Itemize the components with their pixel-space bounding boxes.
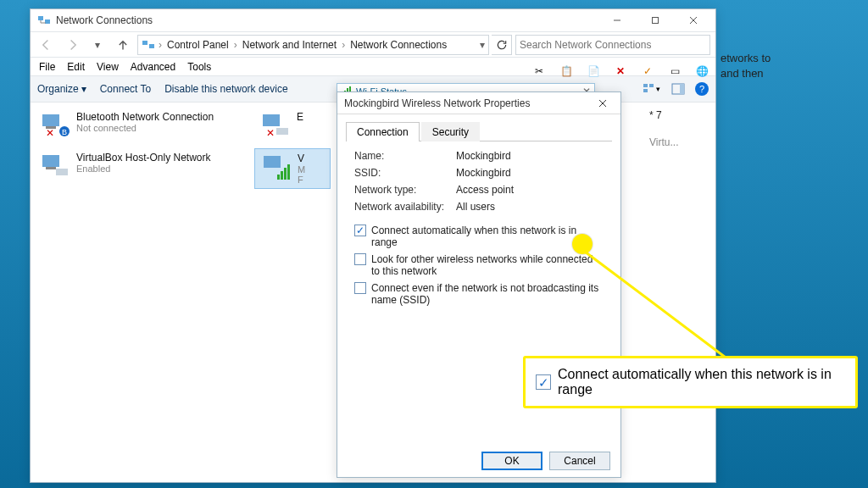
cancel-button[interactable]: Cancel: [549, 452, 610, 470]
adapter-bluetooth[interactable]: B✕ Bluetooth Network Connection Not conn…: [34, 108, 246, 147]
svg-rect-0: [38, 16, 43, 20]
menu-edit[interactable]: Edit: [67, 61, 85, 73]
adapter-ethernet-truncated[interactable]: ✕ E: [254, 108, 331, 147]
svg-rect-26: [287, 164, 290, 180]
svg-rect-4: [142, 41, 147, 45]
adapter-wifi-selected[interactable]: V M F: [254, 148, 331, 189]
dialog-title: Mockingbird Wireless Network Properties: [344, 97, 588, 109]
tab-security[interactable]: Security: [421, 122, 480, 141]
forward-button[interactable]: [61, 35, 83, 55]
dialog-buttons: OK Cancel: [337, 452, 620, 470]
paste-icon[interactable]: 📄: [582, 61, 604, 81]
checkbox-icon[interactable]: [354, 253, 366, 265]
adapter-virtualbox[interactable]: VirtualBox Host-Only Network Enabled: [34, 148, 246, 187]
menu-advanced[interactable]: Advanced: [131, 61, 175, 73]
adapter-sub: F: [298, 175, 305, 185]
chevron-right-icon: ›: [342, 39, 345, 51]
recent-dropdown[interactable]: ▾: [86, 35, 108, 55]
chevron-right-icon: ›: [159, 39, 162, 51]
delete-icon[interactable]: ✕: [609, 61, 632, 81]
titlebar[interactable]: Mockingbird Wireless Network Properties: [337, 92, 620, 114]
tab-bar: Connection Security: [346, 121, 612, 141]
checkbox-connect-automatically[interactable]: Connect automatically when this network …: [354, 225, 604, 248]
svg-rect-18: [56, 169, 68, 175]
adapter-sub: M: [298, 164, 305, 175]
property-grid: Name: Mockingbird SSID: Mockingbird Netw…: [354, 150, 604, 213]
help-icon[interactable]: ?: [695, 82, 709, 96]
organize-dropdown[interactable]: Organize▾: [37, 83, 86, 95]
checkbox-icon: [536, 374, 551, 390]
menu-view[interactable]: View: [97, 61, 119, 73]
search-input[interactable]: [515, 35, 710, 55]
annotation-highlight-dot: [572, 234, 593, 254]
properties-icon[interactable]: ▭: [664, 61, 686, 81]
background-help-text: etworks to and then: [721, 51, 771, 81]
check-icon[interactable]: ✓: [637, 61, 659, 81]
checkbox-label: Connect automatically when this network …: [371, 225, 604, 248]
copy-icon[interactable]: 📋: [555, 61, 577, 81]
callout-text: Connect automatically when this network …: [558, 367, 845, 397]
checkbox-icon[interactable]: [354, 282, 366, 294]
adapter-name-truncated: * 7: [649, 109, 662, 121]
svg-rect-3: [652, 18, 658, 24]
label-ssid: SSID:: [354, 167, 456, 179]
bluetooth-icon: B✕: [39, 111, 71, 143]
ribbon-buttons: ✂ 📋 📄 ✕ ✓ ▭ 🌐: [528, 58, 713, 84]
crumb-control-panel[interactable]: Control Panel: [164, 39, 232, 51]
window-title: Network Connections: [56, 14, 598, 26]
close-button[interactable]: [674, 10, 712, 30]
svg-rect-8: [649, 84, 654, 87]
svg-rect-7: [643, 89, 648, 92]
svg-text:✕: ✕: [46, 127, 54, 139]
svg-rect-5: [149, 44, 154, 48]
globe-icon[interactable]: 🌐: [691, 61, 713, 81]
address-bar-row: ▾ › Control Panel › Network and Internet…: [31, 31, 715, 57]
tab-connection[interactable]: Connection: [346, 122, 420, 141]
checkbox-label: Connect even if the network is not broad…: [371, 282, 604, 306]
svg-rect-16: [42, 155, 59, 167]
label-name: Name:: [354, 150, 456, 162]
connect-to-button[interactable]: Connect To: [100, 83, 152, 95]
crumb-network-connections[interactable]: Network Connections: [347, 39, 450, 51]
checkbox-look-for-other[interactable]: Look for other wireless networks while c…: [354, 253, 604, 277]
svg-rect-21: [276, 128, 288, 135]
ok-button[interactable]: OK: [481, 452, 542, 470]
menu-tools[interactable]: Tools: [187, 61, 211, 73]
value-name: Mockingbird: [456, 150, 604, 162]
svg-rect-25: [284, 168, 287, 180]
chevron-down-icon[interactable]: ▾: [480, 39, 485, 51]
svg-rect-22: [264, 156, 281, 168]
adapter-status: Not connected: [76, 123, 214, 133]
svg-rect-10: [680, 84, 684, 94]
titlebar[interactable]: Network Connections: [31, 9, 715, 31]
back-button[interactable]: [36, 35, 58, 55]
checkbox-icon[interactable]: [354, 225, 366, 236]
adapter-initial: V: [298, 152, 305, 164]
svg-text:B: B: [62, 128, 67, 136]
label-availability: Network availability:: [354, 201, 456, 213]
close-button[interactable]: [588, 93, 617, 114]
refresh-button[interactable]: [492, 35, 512, 55]
crumb-network-and-internet[interactable]: Network and Internet: [239, 39, 340, 51]
chevron-right-icon: ›: [234, 39, 237, 51]
network-properties-dialog: Mockingbird Wireless Network Properties …: [337, 92, 621, 478]
adapter-name: VirtualBox Host-Only Network: [76, 152, 211, 164]
wifi-icon: [260, 152, 292, 185]
svg-rect-6: [643, 84, 648, 87]
label-type: Network type:: [354, 184, 456, 196]
cut-icon[interactable]: ✂: [528, 61, 550, 81]
adapter-status: Enabled: [76, 164, 211, 174]
disable-device-button[interactable]: Disable this network device: [164, 83, 287, 95]
adapter-name: Bluetooth Network Connection: [76, 111, 214, 123]
value-availability: All users: [456, 201, 604, 213]
network-icon: [142, 38, 155, 52]
maximize-button[interactable]: [636, 10, 674, 30]
minimize-button[interactable]: [598, 10, 636, 30]
svg-rect-17: [46, 167, 56, 169]
up-button[interactable]: [112, 35, 134, 55]
breadcrumb-bar[interactable]: › Control Panel › Network and Internet ›…: [137, 35, 489, 55]
checkbox-connect-hidden[interactable]: Connect even if the network is not broad…: [354, 282, 604, 306]
svg-rect-24: [281, 171, 283, 180]
menu-file[interactable]: File: [39, 61, 55, 73]
adapter-desc-truncated: Virtu...: [649, 136, 678, 148]
